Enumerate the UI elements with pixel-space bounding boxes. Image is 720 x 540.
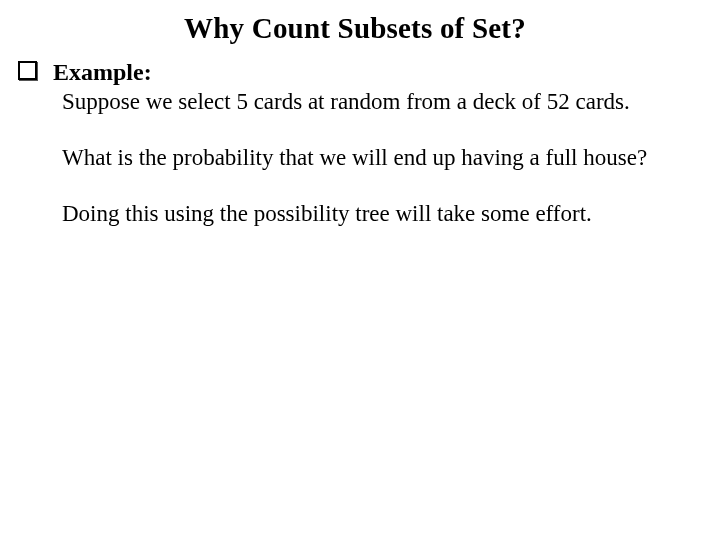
slide-title: Why Count Subsets of Set? — [20, 12, 690, 45]
paragraph-3: Doing this using the possibility tree wi… — [62, 200, 676, 228]
paragraph-1: Suppose we select 5 cards at random from… — [62, 88, 676, 116]
paragraph-2: What is the probability that we will end… — [62, 144, 676, 172]
square-bullet-icon — [18, 61, 37, 80]
bullet-label: Example: — [53, 59, 152, 86]
bullet-item: Example: — [18, 59, 690, 86]
body-content: Suppose we select 5 cards at random from… — [62, 88, 676, 228]
